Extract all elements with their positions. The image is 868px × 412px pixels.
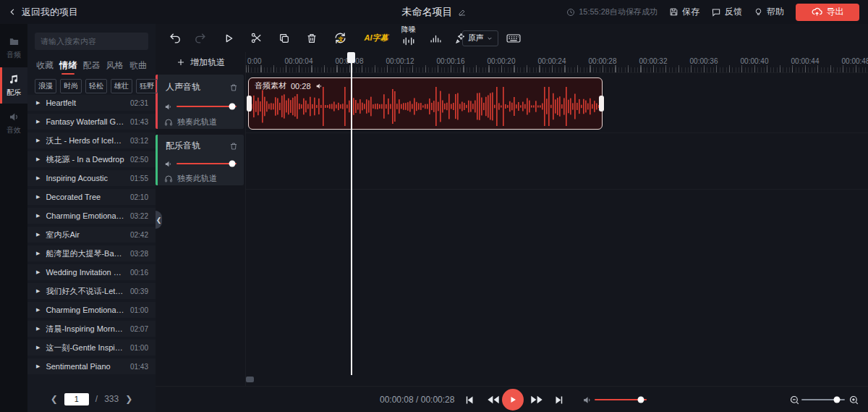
timeline-area[interactable]: 0:0000:00:0400:00:0800:00:1200:00:1600:0… <box>156 52 868 386</box>
track-volume-icon[interactable] <box>164 160 172 168</box>
track-list-item[interactable]: ▶清晨-Inspiring Morning sol...02:07 <box>27 321 156 337</box>
vocal-track-header[interactable]: 人声音轨 独奏此轨道 <box>156 75 244 129</box>
filter-chip-romantic[interactable]: 浪漫 <box>35 79 56 93</box>
help-icon <box>754 7 763 17</box>
shortcuts-keyboard-button[interactable] <box>501 24 526 52</box>
play-track-icon[interactable]: ▶ <box>36 156 40 162</box>
master-volume-slider[interactable] <box>595 387 647 412</box>
track-list-item[interactable]: ▶Sentimental Piano01:43 <box>27 358 156 374</box>
clip-trim-handle-right[interactable] <box>599 96 604 112</box>
play-track-icon[interactable]: ▶ <box>36 194 40 200</box>
rewind-button[interactable] <box>487 387 500 412</box>
track-list-item[interactable]: ▶沃土 - Herds of Iceland03:12 <box>27 133 156 148</box>
timeline-ruler[interactable]: 0:0000:00:0400:00:0800:00:1200:00:1600:0… <box>246 52 868 72</box>
track-volume-icon[interactable] <box>164 103 172 111</box>
track-list-item[interactable]: ▶Heartfelt02:31 <box>27 95 156 111</box>
tab-song[interactable]: 歌曲 <box>129 56 147 75</box>
search-input[interactable] <box>41 37 143 46</box>
track-volume-slider[interactable] <box>176 106 237 107</box>
undo-button[interactable] <box>164 24 186 52</box>
track-list-item[interactable]: ▶Decorated Tree02:10 <box>27 189 156 205</box>
delete-track-icon[interactable] <box>229 142 238 151</box>
play-track-icon[interactable]: ▶ <box>36 269 40 275</box>
denoise-waveform-icon <box>402 36 415 46</box>
save-button[interactable]: 保存 <box>669 6 699 18</box>
track-list-item[interactable]: ▶桃花源 - In a Dewdrop02:50 <box>27 151 156 167</box>
denoise-button[interactable]: 降噪 <box>397 24 420 52</box>
play-track-icon[interactable]: ▶ <box>36 213 40 219</box>
voice-to-text-button[interactable]: 文 <box>328 24 352 52</box>
track-list-item[interactable]: ▶这一刻-Gentle Inspiring Pian...01:00 <box>27 340 156 356</box>
page-number-input[interactable] <box>64 393 89 405</box>
audio-clip[interactable]: 音频素材 00:28 <box>248 77 603 130</box>
rail-label: 配乐 <box>7 88 21 98</box>
track-list-item[interactable]: ▶Charming Emotional Piano03:22 <box>27 208 156 224</box>
help-button[interactable]: 帮助 <box>754 6 784 18</box>
timeline-zoom-knob[interactable] <box>834 397 841 403</box>
audio-levels-button[interactable] <box>425 24 446 52</box>
next-page-button[interactable]: ❯ <box>125 394 132 404</box>
play-track-icon[interactable]: ▶ <box>36 326 40 332</box>
clip-trim-handle-left[interactable] <box>247 96 252 112</box>
music-track-header[interactable]: 配乐音轨 独奏此轨道 <box>156 135 244 185</box>
fast-forward-button[interactable] <box>530 387 543 412</box>
copy-button[interactable] <box>273 24 295 52</box>
timeline-zoom-slider[interactable] <box>801 387 845 412</box>
zoom-out-button[interactable] <box>789 387 800 412</box>
redo-button[interactable] <box>189 24 210 52</box>
preview-play-button[interactable] <box>218 24 239 52</box>
split-button[interactable] <box>245 24 267 52</box>
track-list-item[interactable]: ▶船湾里的大提琴-Bach Cello S...03:28 <box>27 245 156 261</box>
play-track-icon[interactable]: ▶ <box>36 288 40 294</box>
solo-track-button[interactable]: 独奏此轨道 <box>164 173 217 184</box>
tab-favorites[interactable]: 收藏 <box>36 56 54 75</box>
play-track-icon[interactable]: ▶ <box>36 175 40 181</box>
volume-knob[interactable] <box>229 161 236 167</box>
play-track-icon[interactable]: ▶ <box>36 345 40 350</box>
play-track-icon[interactable]: ▶ <box>36 307 40 313</box>
track-list-item[interactable]: ▶Inspiring Acoustic01:55 <box>27 170 156 186</box>
delete-track-icon[interactable] <box>229 83 238 92</box>
add-track-button[interactable]: 增加轨道 <box>156 52 246 72</box>
solo-track-button[interactable]: 独奏此轨道 <box>164 117 217 127</box>
volume-knob[interactable] <box>229 104 236 110</box>
skip-to-start-button[interactable] <box>464 387 475 412</box>
play-track-icon[interactable]: ▶ <box>36 232 40 237</box>
original-sound-dropdown[interactable]: 原声 <box>462 24 498 52</box>
filter-chip-fashion[interactable]: 时尚 <box>60 79 82 93</box>
track-list-item[interactable]: ▶Charming Emotional Piano ...01:00 <box>27 302 156 318</box>
horizontal-scrollbar-thumb[interactable] <box>246 377 254 382</box>
skip-to-end-button[interactable] <box>554 387 565 412</box>
track-list-item[interactable]: ▶Wedding Invitation Piano 15s00:16 <box>27 264 156 280</box>
ai-subtitle-button[interactable]: AI字幕 <box>359 24 393 52</box>
play-track-icon[interactable]: ▶ <box>36 363 40 369</box>
play-track-icon[interactable]: ▶ <box>36 138 40 143</box>
master-volume-icon-button[interactable] <box>582 387 592 412</box>
tab-mood[interactable]: 情绪 <box>59 56 77 75</box>
filter-chip-relaxed[interactable]: 轻松 <box>85 79 107 93</box>
play-track-icon[interactable]: ▶ <box>36 119 40 125</box>
play-track-icon[interactable]: ▶ <box>36 251 40 256</box>
rail-item-audio[interactable]: 音频 <box>0 30 27 66</box>
rail-item-music[interactable]: 配乐 <box>0 67 27 104</box>
play-pause-button[interactable] <box>502 389 524 411</box>
audio-editor-app: 返回我的项目 未命名项目 15:55:28自动保存成功 保存 反馈 帮助 <box>0 0 868 412</box>
master-volume-knob[interactable] <box>638 397 644 403</box>
tab-style[interactable]: 风格 <box>106 56 124 75</box>
feedback-button[interactable]: 反馈 <box>711 6 742 18</box>
delete-button[interactable] <box>301 24 323 52</box>
track-volume-slider[interactable] <box>176 163 237 164</box>
export-button[interactable]: 导出 <box>796 4 859 21</box>
track-list-item[interactable]: ▶室内乐Air02:42 <box>27 227 156 243</box>
rail-item-sfx[interactable]: 音效 <box>0 105 27 141</box>
filter-chip-majestic[interactable]: 雄壮 <box>111 79 132 93</box>
track-list-item[interactable]: ▶Fantasy Waterfall Gardens01:43 <box>27 114 156 130</box>
edit-title-icon[interactable] <box>458 8 467 17</box>
playhead-handle[interactable] <box>347 52 355 63</box>
tab-instrument[interactable]: 配器 <box>83 56 101 75</box>
track-list-item[interactable]: ▶我们好久不说话-Let's Talk00:39 <box>27 283 156 299</box>
zoom-in-button[interactable] <box>848 387 859 412</box>
play-track-icon[interactable]: ▶ <box>36 100 40 106</box>
prev-page-button[interactable]: ❮ <box>51 394 58 404</box>
filters-expand-button[interactable] <box>141 80 150 93</box>
